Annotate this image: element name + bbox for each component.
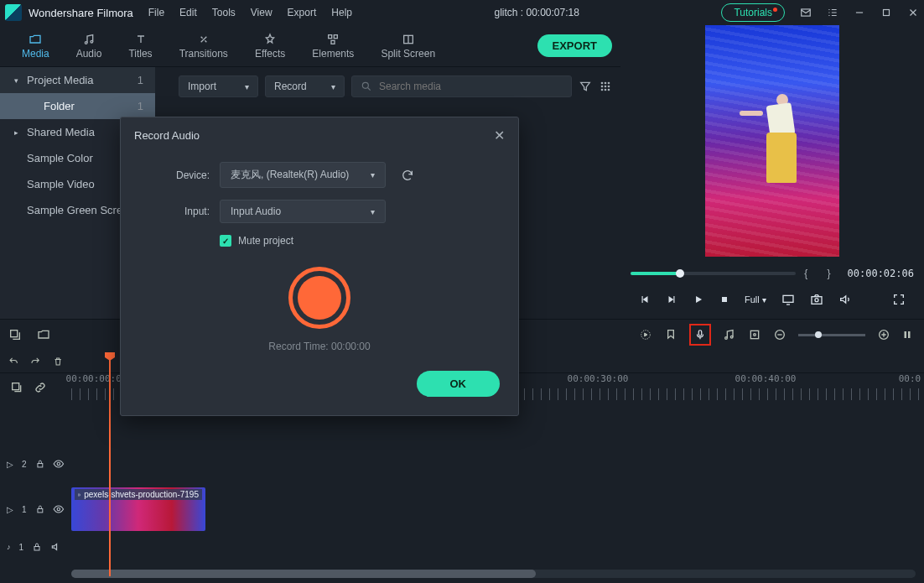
- mute-project-checkbox[interactable]: ✓: [220, 235, 231, 247]
- menu-edit[interactable]: Edit: [179, 7, 197, 18]
- svg-point-9: [601, 82, 604, 85]
- svg-rect-24: [698, 331, 702, 336]
- tab-audio[interactable]: Audio: [63, 28, 116, 65]
- volume-icon[interactable]: [838, 293, 852, 306]
- tab-elements[interactable]: Elements: [298, 28, 367, 65]
- search-icon: [361, 81, 372, 92]
- ok-button[interactable]: OK: [417, 371, 501, 397]
- render-icon[interactable]: [639, 328, 652, 341]
- tab-splitscreen[interactable]: Split Screen: [367, 28, 449, 65]
- prev-frame-button[interactable]: [639, 294, 651, 305]
- crop-icon[interactable]: [748, 328, 761, 341]
- lock-icon[interactable]: [35, 459, 45, 469]
- redo-icon[interactable]: [30, 355, 40, 368]
- zoom-out-icon[interactable]: [773, 328, 786, 341]
- track-audio-1[interactable]: ♪1: [0, 534, 924, 560]
- timeline-clip[interactable]: pexels-shvets-production-7195: [71, 487, 205, 531]
- display-icon[interactable]: [781, 293, 795, 306]
- svg-point-12: [601, 86, 604, 88]
- new-folder-icon[interactable]: [37, 328, 50, 341]
- playhead[interactable]: [109, 357, 111, 576]
- audio-mixer-icon[interactable]: [723, 328, 736, 341]
- project-title: glitch : 00:00:07:18: [352, 7, 721, 18]
- menu-export[interactable]: Export: [288, 7, 317, 18]
- device-select[interactable]: 麦克风, (Realtek(R) Audio)▾: [220, 162, 386, 188]
- checklist-icon[interactable]: [827, 7, 838, 18]
- timeline-scrollbar[interactable]: [71, 570, 916, 578]
- svg-point-21: [815, 299, 818, 302]
- menu-tools[interactable]: Tools: [212, 7, 236, 18]
- menu-help[interactable]: Help: [331, 7, 352, 18]
- titlebar: Wondershare Filmora File Edit Tools View…: [0, 0, 924, 25]
- export-button[interactable]: EXPORT: [537, 34, 612, 57]
- snapshot-icon[interactable]: [810, 293, 823, 306]
- grid-view-icon[interactable]: [599, 80, 612, 93]
- svg-point-3: [91, 40, 93, 43]
- voiceover-button[interactable]: [689, 324, 711, 346]
- clip-name: pexels-shvets-production-7195: [84, 490, 199, 499]
- mail-icon[interactable]: [800, 7, 812, 18]
- play-button[interactable]: [693, 294, 704, 305]
- menu-view[interactable]: View: [251, 7, 273, 18]
- stop-button[interactable]: [719, 294, 729, 305]
- track-manage-icon[interactable]: [10, 381, 23, 394]
- next-frame-button[interactable]: [666, 294, 677, 305]
- input-label: Input:: [141, 206, 210, 217]
- zoom-fit-icon[interactable]: [902, 328, 912, 341]
- tab-effects[interactable]: Effects: [241, 28, 298, 65]
- eye-icon[interactable]: [53, 503, 65, 515]
- lock-icon[interactable]: [32, 542, 42, 552]
- menu-file[interactable]: File: [148, 7, 164, 18]
- app-name: Wondershare Filmora: [29, 7, 133, 19]
- tab-transitions[interactable]: Transitions: [166, 28, 241, 65]
- preview-panel: { } 00:00:02:06 Full ▾: [620, 25, 924, 319]
- mark-braces[interactable]: { }: [804, 268, 838, 279]
- svg-point-2: [85, 41, 87, 44]
- preview-seek-slider[interactable]: [631, 272, 796, 275]
- tutorials-button[interactable]: Tutorials: [721, 3, 785, 22]
- marker-icon[interactable]: [664, 328, 677, 341]
- svg-point-10: [605, 82, 607, 85]
- tab-titles[interactable]: Titles: [115, 28, 165, 65]
- track-video-1[interactable]: ▷1 pexels-shvets-production-7195: [0, 484, 924, 534]
- svg-point-11: [608, 82, 610, 85]
- close-icon[interactable]: [907, 7, 919, 18]
- zoom-slider[interactable]: [798, 334, 865, 336]
- input-select[interactable]: Input Audio▾: [220, 200, 386, 223]
- tab-media[interactable]: Media: [8, 28, 63, 65]
- quality-dropdown[interactable]: Full ▾: [745, 294, 766, 305]
- link-icon[interactable]: [34, 381, 47, 394]
- import-dropdown[interactable]: Import▾: [179, 75, 258, 97]
- svg-point-13: [605, 86, 607, 88]
- record-audio-dialog: Record Audio ✕ Device: 麦克风, (Realtek(R) …: [120, 117, 519, 416]
- svg-point-28: [754, 334, 756, 336]
- undo-icon[interactable]: [8, 355, 18, 368]
- minimize-icon[interactable]: [854, 7, 865, 18]
- svg-rect-34: [37, 464, 42, 467]
- svg-point-37: [57, 508, 60, 510]
- filter-icon[interactable]: [579, 80, 592, 93]
- zoom-in-icon[interactable]: [877, 328, 890, 341]
- add-assets-icon[interactable]: [8, 328, 22, 341]
- fullscreen-icon[interactable]: [892, 293, 906, 306]
- refresh-devices-button[interactable]: [396, 164, 419, 187]
- maximize-icon[interactable]: [880, 7, 892, 18]
- record-button[interactable]: [288, 267, 350, 329]
- svg-rect-4: [329, 34, 332, 38]
- record-dropdown[interactable]: Record▾: [265, 75, 345, 97]
- track-video-2[interactable]: ▷2: [0, 444, 924, 484]
- mute-icon[interactable]: [50, 541, 62, 553]
- lock-icon[interactable]: [35, 504, 45, 514]
- svg-rect-36: [37, 509, 42, 513]
- svg-point-14: [608, 86, 610, 88]
- search-media-input[interactable]: [351, 75, 572, 97]
- svg-rect-27: [750, 331, 758, 338]
- preview-viewport[interactable]: [705, 25, 839, 257]
- sidebar-item-folder[interactable]: Folder1: [0, 93, 155, 119]
- film-icon: [78, 491, 80, 499]
- eye-icon[interactable]: [53, 458, 65, 470]
- dialog-close-button[interactable]: ✕: [494, 128, 505, 143]
- app-logo-icon: [5, 4, 22, 21]
- sidebar-item-project-media[interactable]: ▾Project Media1: [0, 67, 155, 93]
- delete-icon[interactable]: [53, 355, 63, 368]
